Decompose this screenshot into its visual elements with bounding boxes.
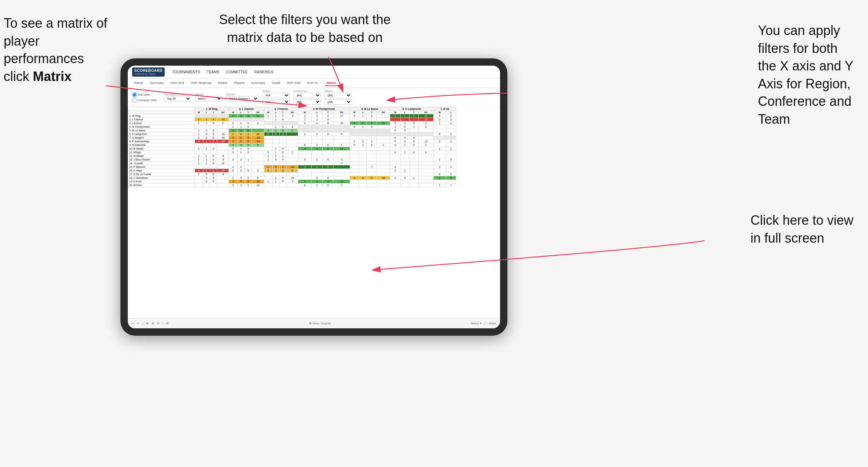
matrix-cell (286, 173, 298, 176)
matrix-cell (264, 140, 272, 143)
matrix-cell: 0 (229, 147, 238, 151)
matrix-cell: 0 (210, 136, 217, 140)
matrix-cell (245, 154, 252, 158)
matrix-cell: 0 (298, 143, 311, 147)
tab-h2h-h[interactable]: H2H H... (306, 80, 321, 86)
matrix-cell: 4 (298, 165, 311, 169)
matrix-cell (252, 165, 264, 169)
matrix-cell: 1 (279, 154, 286, 158)
tab-summary2[interactable]: Summary (250, 80, 267, 86)
matrix-cell (350, 162, 359, 165)
matrix-cell: 1 (237, 125, 245, 129)
tab-summary[interactable]: Summary (149, 80, 166, 86)
matrix-cell: 2 (359, 176, 367, 180)
matrix-cell: 0 (245, 121, 252, 125)
matrix-cell (410, 154, 418, 158)
matrix-cell: 1 (272, 125, 279, 129)
matrix-cell: -15 (286, 176, 298, 180)
player-name-cell: 1. W Ding (128, 114, 195, 118)
nav-teams[interactable]: TEAMS (207, 70, 219, 74)
full-view-option[interactable]: Full View (132, 92, 157, 97)
tab-matrix-active[interactable]: Matrix (325, 80, 338, 86)
gender-select[interactable]: Men's (195, 96, 222, 101)
matrix-cell: 1 (264, 165, 272, 169)
matrix-cell: 0 (390, 169, 400, 173)
toolbar-view-original[interactable]: 🖥 View: Original (309, 322, 330, 325)
region-select-2[interactable]: N/A (262, 99, 290, 105)
matrix-cell: 13 (334, 121, 350, 125)
matrix-cell (298, 169, 311, 173)
matrix-cell: 0 (350, 121, 359, 125)
matrix-container[interactable]: 1. W Ding 2. L Clanton 3. J Koivun 4. M … (128, 107, 500, 322)
matrix-cell: 1 (272, 147, 279, 151)
toolbar-left: ↩ ↪ | ⊕ ⊞ ⊟ | ⚙ (131, 322, 169, 325)
filter-max-players: Max players in view Top 25 (164, 93, 191, 101)
matrix-cell (334, 151, 350, 154)
matrix-cell (359, 129, 367, 132)
matrix-cell: 3 (286, 125, 298, 129)
matrix-cell: 0 (390, 121, 400, 125)
players-select-1[interactable]: (All) (324, 93, 352, 98)
toolbar-cursor-icon[interactable]: ⊕ (146, 322, 149, 325)
matrix-cell: 13 (334, 180, 350, 184)
toolbar-watch[interactable]: Watch ▾ (471, 322, 481, 325)
matrix-cell (279, 140, 286, 143)
players-select-2[interactable]: (All) (324, 99, 352, 105)
matrix-cell: 0 (279, 132, 286, 136)
toolbar-undo-icon[interactable]: ↩ (131, 322, 134, 325)
matrix-cell: -16 (217, 136, 228, 140)
matrix-cell (245, 173, 252, 176)
max-players-select[interactable]: Top 25 (164, 96, 191, 101)
bottom-right-annotation: Click here to view in full screen (750, 212, 853, 247)
conference-select-1[interactable]: (All) (293, 93, 321, 98)
tab-matrix[interactable]: Matrix (217, 80, 229, 86)
matrix-cell: 3 (446, 158, 456, 162)
nav-tournaments[interactable]: TOURNAMENTS (172, 70, 200, 74)
toolbar-share-icon[interactable]: ⤴ (484, 322, 486, 325)
toolbar-share[interactable]: Share (489, 322, 496, 325)
matrix-cell: -7 (367, 165, 377, 169)
matrix-cell (350, 154, 359, 158)
toolbar-settings-icon[interactable]: ⚙ (166, 322, 169, 325)
tab-detail[interactable]: Detail (270, 80, 282, 86)
region-select-1[interactable]: N/A (262, 93, 290, 98)
matrix-cell: 13 (418, 114, 433, 118)
matrix-cell (446, 129, 456, 132)
tab-h2h-grid[interactable]: H2H Grid (169, 80, 186, 86)
matrix-cell: 24 (252, 132, 264, 136)
toolbar-zoom-out[interactable]: ⊟ (157, 322, 160, 325)
matrix-cell: 0 (323, 176, 334, 180)
matrix-cell (367, 169, 377, 173)
col-header-6: 6. C Lamprecht (390, 107, 433, 111)
tab-h2h-heatmap[interactable]: H2H Heatmap (189, 80, 213, 86)
division-select[interactable]: NCAA Division I (226, 96, 259, 101)
matrix-cell: 1 (237, 147, 245, 151)
toolbar-redo-icon[interactable]: ↪ (137, 322, 139, 325)
matrix-cell: 0 (279, 118, 286, 121)
matrix-cell (217, 165, 228, 169)
matrix-cell: 0 (237, 143, 245, 147)
tab-h2h-grid2[interactable]: H2H Grid (285, 80, 302, 86)
matrix-cell: 0 (210, 180, 217, 184)
conference-select-2[interactable]: (All) (293, 99, 321, 105)
matrix-cell: 1 (359, 125, 367, 129)
toolbar-zoom-in[interactable]: ⊞ (151, 322, 154, 325)
matrix-cell (195, 165, 203, 169)
matrix-cell (434, 143, 446, 147)
tab-teams[interactable]: Teams (132, 80, 145, 86)
matrix-cell (434, 151, 446, 154)
matrix-cell (272, 136, 279, 140)
matrix-cell (311, 154, 322, 158)
nav-rankings[interactable]: RANKINGS (254, 70, 273, 74)
matrix-cell: -19 (286, 165, 298, 169)
tab-players[interactable]: Players (232, 80, 246, 86)
player-name-cell: 13. J Skov Olesen (128, 158, 195, 162)
matrix-cell: 0 (252, 176, 264, 180)
matrix-cell (390, 132, 400, 136)
nav-committee[interactable]: COMMITTEE (226, 70, 248, 74)
matrix-cell: 1 (237, 121, 245, 125)
matrix-cell (210, 151, 217, 154)
compact-view-option[interactable]: Compact View (132, 98, 157, 103)
matrix-cell (298, 129, 311, 132)
matrix-cell: 4 (237, 132, 245, 136)
